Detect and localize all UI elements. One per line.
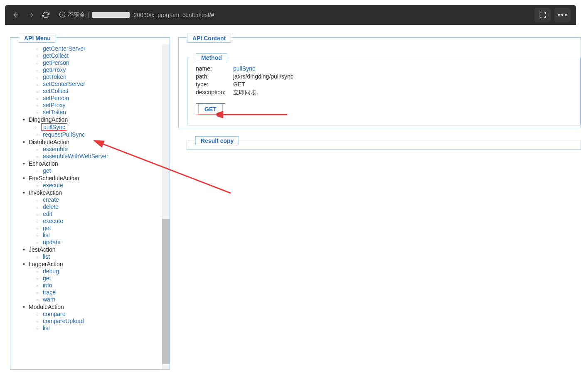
result-panel: Result copy [187, 140, 581, 150]
menu-group-DistributeAction[interactable]: DistributeAction [29, 139, 69, 145]
menu-item-getCollect[interactable]: getCollect [43, 52, 69, 59]
api-content-panel: API Content Method name: pullSync path: … [178, 37, 581, 128]
get-button-highlight: GET [196, 103, 225, 115]
menu-item-assemble[interactable]: assemble [43, 146, 68, 152]
menu-item-debug[interactable]: debug [43, 268, 59, 274]
info-icon [59, 11, 66, 19]
method-panel: Method name: pullSync path: jaxrs/dingdi… [187, 57, 581, 125]
menu-item-delete[interactable]: delete [43, 203, 59, 210]
menu-group-ModuleAction[interactable]: ModuleAction [29, 304, 64, 310]
menu-item-get[interactable]: get [43, 225, 51, 231]
api-menu-title: API Menu [19, 34, 56, 43]
menu-group-JestAction[interactable]: JestAction [29, 246, 56, 253]
method-path-label: path: [196, 73, 233, 80]
method-desc-label: description: [196, 89, 233, 96]
menu-item-getToken[interactable]: getToken [43, 74, 66, 80]
menu-item-pullSync[interactable]: pullSync [43, 124, 65, 130]
menu-item-create[interactable]: create [43, 196, 59, 203]
menu-item-requestPullSync[interactable]: requestPullSync [43, 131, 85, 138]
menu-item-info[interactable]: info [43, 282, 52, 289]
method-type-value: GET [233, 81, 245, 88]
arrow-annotation-get [217, 109, 291, 120]
get-button[interactable]: GET [198, 104, 223, 115]
method-type-label: type: [196, 81, 233, 88]
menu-item-warn[interactable]: warn [43, 296, 55, 303]
menu-group-FireScheduleAction[interactable]: FireScheduleAction [29, 175, 79, 181]
method-path-value: jaxrs/dingding/pull/sync [233, 73, 293, 80]
more-button[interactable]: ••• [554, 8, 571, 22]
method-title: Method [196, 53, 227, 62]
blurred-host [92, 12, 130, 18]
menu-item-compare[interactable]: compare [43, 311, 65, 317]
forward-button[interactable] [25, 9, 37, 21]
result-title: Result copy [195, 136, 239, 145]
fullscreen-button[interactable] [534, 8, 551, 22]
menu-item-getPerson[interactable]: getPerson [43, 59, 69, 66]
menu-item-get[interactable]: get [43, 167, 51, 174]
menu-group-EchoAction[interactable]: EchoAction [29, 160, 58, 167]
menu-item-execute[interactable]: execute [43, 182, 63, 189]
api-menu-panel: API Menu ▴ getCenterServergetCollectgetP… [10, 37, 170, 370]
menu-group-DingdingAction[interactable]: DingdingAction [29, 116, 68, 123]
menu-item-assembleWithWebServer[interactable]: assembleWithWebServer [43, 153, 108, 159]
reload-button[interactable] [40, 9, 52, 21]
menu-item-getCenterServer[interactable]: getCenterServer [43, 45, 86, 52]
menu-item-setCollect[interactable]: setCollect [43, 88, 68, 94]
menu-item-setCenterServer[interactable]: setCenterServer [43, 81, 85, 87]
menu-item-getProxy[interactable]: getProxy [43, 66, 66, 73]
menu-item-get[interactable]: get [43, 275, 51, 282]
api-content-title: API Content [187, 34, 231, 43]
method-name-label: name: [196, 65, 233, 72]
menu-item-execute[interactable]: execute [43, 218, 63, 224]
menu-item-setPerson[interactable]: setPerson [43, 95, 69, 101]
highlight-pullsync: pullSync [41, 123, 67, 131]
method-name-value: pullSync [233, 65, 255, 72]
menu-item-update[interactable]: update [43, 239, 61, 245]
back-button[interactable] [10, 9, 22, 21]
url-bar[interactable]: 不安全 | :20030/x_program_center/jest/# [59, 11, 214, 19]
menu-item-trace[interactable]: trace [43, 289, 56, 296]
url-path: :20030/x_program_center/jest/# [132, 12, 214, 18]
menu-group-InvokeAction[interactable]: InvokeAction [29, 189, 62, 196]
menu-item-list[interactable]: list [43, 232, 50, 238]
url-separator: | [88, 12, 90, 18]
menu-item-edit[interactable]: edit [43, 211, 52, 217]
insecure-badge: 不安全 [68, 11, 86, 19]
browser-toolbar: 不安全 | :20030/x_program_center/jest/# ••• [5, 5, 576, 25]
menu-item-list[interactable]: list [43, 325, 50, 331]
menu-item-setToken[interactable]: setToken [43, 109, 66, 115]
menu-item-list[interactable]: list [43, 253, 50, 260]
menu-group-LoggerAction[interactable]: LoggerAction [29, 261, 63, 267]
menu-item-compareUpload[interactable]: compareUpload [43, 318, 84, 324]
method-desc-value: 立即同步. [233, 89, 258, 96]
menu-item-setProxy[interactable]: setProxy [43, 102, 65, 108]
